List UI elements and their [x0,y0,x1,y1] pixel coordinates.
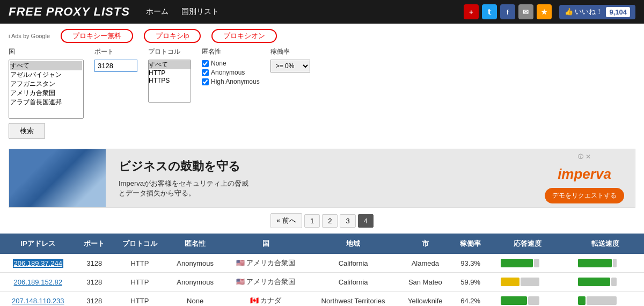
col-port: ポート [76,234,113,254]
protocol-cell: HTTP [113,273,167,292]
ad-close-button[interactable]: ✕ [586,153,591,161]
anonymity-high[interactable]: High Anonymous [202,78,260,85]
transfer-speed-cell [566,254,644,273]
transfer-bar-empty [587,296,617,305]
country-flag: 🇺🇸 [236,278,245,286]
add-button[interactable]: + [464,4,479,19]
region-cell: California [308,254,398,273]
ad-subtitle: Impervaがお客様をセキュリティ上の脅威とデータ損失から守る。 [119,179,521,198]
like-label: 👍 いいね！ [565,7,603,17]
region-cell: California [308,273,398,292]
main-nav: ホーム 国別リスト [146,7,219,17]
table-header-row: IPアドレス ポート プロトコル 匿名性 国 地域 市 稼働率 応答速度 転送速… [0,234,644,254]
like-button[interactable]: 👍 いいね！ 9,104 [559,5,635,19]
response-bar-fill [501,278,519,286]
checkbox-anonymous[interactable] [202,69,209,76]
ip-address-link[interactable]: 206.189.37.244 [13,259,63,268]
col-transfer: 転送速度 [566,234,644,254]
response-bar-empty [521,278,539,286]
ip-address-link[interactable]: 207.148.110.233 [12,297,64,305]
col-country: 国 [223,234,308,254]
port-cell: 3128 [76,254,113,273]
port-label: ポート [94,47,137,56]
transfer-speed-cell [566,292,644,307]
page-1-button[interactable]: 1 [304,214,320,228]
protocol-select[interactable]: すべて HTTP HTTPS [148,60,191,103]
port-input[interactable] [94,60,137,72]
ad-pill-on[interactable]: プロキシオン [211,29,277,43]
search-button[interactable]: 検索 [9,123,45,139]
anonymity-cell: Anonymous [167,273,223,292]
uptime-cell: 64.2% [452,292,489,307]
city-cell: Yellowknife [398,292,452,307]
nav-home[interactable]: ホーム [146,7,169,17]
checkbox-high-anonymous[interactable] [202,78,209,85]
prev-page-button[interactable]: « 前へ [270,213,302,228]
response-speed-cell [489,292,566,307]
transfer-speed-cell [566,273,644,292]
page-2-button[interactable]: 2 [322,214,338,228]
header-right: + 𝕥 f ✉ ★ 👍 いいね！ 9,104 [464,4,635,19]
col-ip: IPアドレス [0,234,76,254]
region-cell: Northwest Territories [308,292,398,307]
uptime-label: 稼働率 [270,47,310,56]
ad-logo-area: ⓘ ✕ imperva デモをリクエストする [534,149,635,208]
anonymity-cell: Anonymous [167,254,223,273]
table-row: 206.189.152.823128HTTPAnonymous🇺🇸 アメリカ合衆… [0,273,644,292]
bookmark-button[interactable]: ★ [537,4,552,19]
country-cell: 🇺🇸 アメリカ合衆国 [223,273,308,292]
facebook-button[interactable]: f [500,4,515,19]
col-city: 市 [398,234,452,254]
protocol-cell: HTTP [113,254,167,273]
port-cell: 3128 [76,273,113,292]
country-select[interactable]: すべて アゼルバイジャン アフガニスタン アメリカ合衆国 アラブ首長国連邦 [9,60,84,119]
col-protocol: プロトコル [113,234,167,254]
ad-content: ビジネスの鼓動を守る Impervaがお客様をセキュリティ上の脅威とデータ損失か… [106,152,534,205]
transfer-bar-empty [613,259,617,267]
page-4-button[interactable]: 4 [358,214,374,228]
transfer-bar-empty [611,278,617,286]
page-3-button[interactable]: 3 [340,214,355,228]
col-region: 地域 [308,234,398,254]
response-speed-cell [489,254,566,273]
ad-logo: imperva [558,166,611,183]
anonymity-label: 匿名性 [202,47,260,56]
site-logo: FREE PROXY LISTS [9,5,130,19]
port-filter: ポート [94,47,137,72]
anonymity-none[interactable]: None [202,60,260,67]
uptime-select[interactable]: >= 0% >= 10% >= 20% >= 50% >= 80% [270,60,310,72]
col-response: 応答速度 [489,234,566,254]
twitter-button[interactable]: 𝕥 [482,4,497,19]
ad-pill-free[interactable]: プロキシー無料 [61,29,133,43]
ad-cta-button[interactable]: デモをリクエストする [545,188,624,203]
ad-banner: ビジネスの鼓動を守る Impervaがお客様をセキュリティ上の脅威とデータ損失か… [9,149,635,208]
uptime-filter: 稼働率 >= 0% >= 10% >= 20% >= 50% >= 80% [270,47,310,72]
nav-country-list[interactable]: 国別リスト [181,7,219,17]
ip-address-link[interactable]: 206.189.152.82 [14,278,62,286]
transfer-bar-fill [578,278,610,286]
pagination: « 前へ 1 2 3 4 [0,213,644,228]
city-cell: San Mateo [398,273,452,292]
proxy-table-body: 206.189.37.2443128HTTPAnonymous🇺🇸 アメリカ合衆… [0,254,644,306]
transfer-bar-fill [578,296,586,305]
anonymity-cell: None [167,292,223,307]
email-button[interactable]: ✉ [518,4,533,19]
anonymity-anonymous[interactable]: Anonymous [202,69,260,76]
protocol-label: プロトコル [148,47,191,56]
transfer-bar-fill [578,259,612,267]
filter-area: i Ads by Google プロキシー無料 プロキシip プロキシオン 国 … [0,24,644,143]
table-row: 207.148.110.2333128HTTPNone🇨🇦 カナダNorthwe… [0,292,644,307]
response-speed-cell [489,273,566,292]
country-flag: 🇺🇸 [236,259,245,267]
ad-title: ビジネスの鼓動を守る [119,158,521,174]
response-bar-fill [501,259,533,267]
anonymity-options: None Anonymous High Anonymous [202,60,260,85]
proxy-table-container: IPアドレス ポート プロトコル 匿名性 国 地域 市 稼働率 応答速度 転送速… [0,234,644,306]
col-uptime: 稼働率 [452,234,489,254]
country-cell: 🇺🇸 アメリカ合衆国 [223,254,308,273]
response-bar-fill [501,296,527,305]
ads-label: i Ads by Google [9,33,50,39]
ad-pill-ip[interactable]: プロキシip [144,29,201,43]
anonymity-filter: 匿名性 None Anonymous High Anonymous [202,47,260,85]
checkbox-none[interactable] [202,60,209,67]
